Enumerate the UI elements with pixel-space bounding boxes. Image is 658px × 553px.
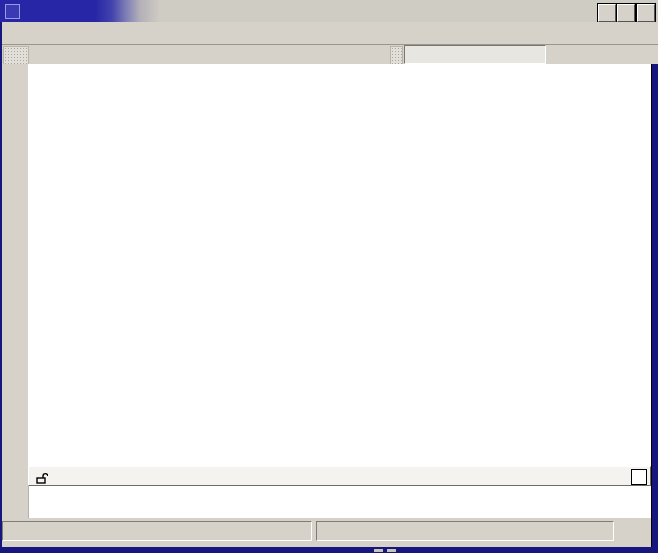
close-button[interactable] [637, 4, 655, 22]
resize-grip[interactable] [387, 549, 396, 552]
map-display[interactable] [28, 64, 651, 466]
title-bar[interactable] [0, 0, 658, 22]
minimize-button[interactable] [598, 4, 616, 22]
pointer-arrow-button[interactable] [631, 469, 647, 485]
toolbar-grip-right[interactable] [390, 46, 403, 65]
window-frame-right [651, 64, 658, 553]
maximize-button[interactable] [617, 4, 635, 22]
idv-window [0, 0, 658, 553]
legend-bar[interactable] [28, 466, 651, 486]
memory-usage-panel [2, 521, 312, 541]
app-icon [5, 4, 20, 19]
view-side-toolbar [0, 64, 29, 518]
resize-grip[interactable] [374, 549, 383, 552]
menu-bar [0, 22, 658, 45]
window-frame-left [0, 22, 2, 553]
toolbar-grip-left[interactable] [3, 46, 29, 65]
status-message-panel [316, 521, 614, 541]
time-select-dropdown[interactable] [404, 45, 546, 64]
window-frame-bottom [0, 547, 658, 553]
legend-empty-area [28, 486, 652, 518]
status-bar [0, 518, 658, 547]
left-filler [0, 466, 28, 518]
tool-bar [0, 45, 658, 64]
